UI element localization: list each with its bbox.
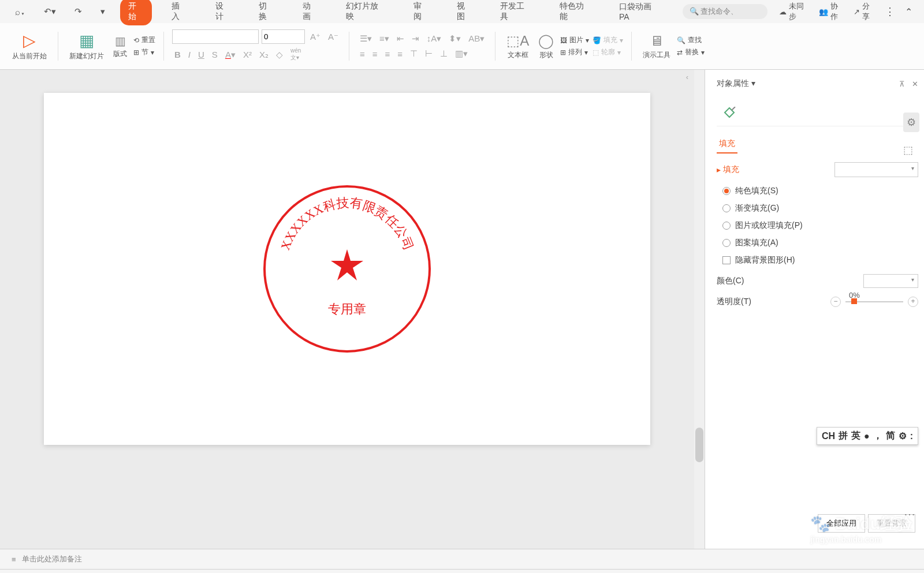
tab-special[interactable]: 特色功能	[552, 0, 599, 25]
ime-ying[interactable]: 英	[851, 430, 860, 442]
picture-fill-radio[interactable]: 图片或纹理填充(P)	[722, 220, 918, 231]
tab-review[interactable]: 审阅	[405, 0, 437, 25]
share-button[interactable]: ↗ 分享	[854, 1, 877, 22]
phonetic-icon[interactable]: wén文▾	[288, 46, 303, 63]
tab-start[interactable]: 开始	[120, 0, 152, 25]
notes-placeholder[interactable]: 单击此处添加备注	[22, 554, 82, 564]
settings-side-icon[interactable]: ⚙	[903, 113, 919, 132]
redo-icon[interactable]: ↷	[71, 4, 85, 19]
font-size-input[interactable]	[262, 29, 305, 44]
tools-icon: 🖥	[650, 33, 664, 49]
ime-pin[interactable]: 拼	[839, 430, 848, 442]
font-family-input[interactable]	[172, 29, 259, 44]
bullets-icon[interactable]: ☰▾	[357, 32, 374, 45]
ime-more[interactable]: :	[910, 431, 913, 441]
strikethrough-icon[interactable]: S	[210, 48, 220, 61]
sync-status[interactable]: ☁ 未同步	[779, 1, 810, 22]
increase-indent-icon[interactable]: ⇥	[409, 32, 422, 45]
ime-ch[interactable]: CH	[822, 431, 835, 441]
shapes-button[interactable]: ◯ 形状	[535, 30, 557, 63]
highlight-icon[interactable]: AB▾	[466, 32, 487, 45]
slide[interactable]: XXXXXX科技有限责任公司 专用章	[44, 93, 650, 445]
panel-more-icon[interactable]: ⋯	[904, 507, 915, 521]
collapse-ribbon-icon[interactable]: ⌃	[905, 6, 912, 17]
vertical-scrollbar[interactable]	[694, 70, 705, 549]
transparency-slider[interactable]: 0%	[845, 301, 903, 302]
decrease-font-icon[interactable]: A⁻	[326, 31, 341, 43]
fill-button[interactable]: 🪣 填充▾	[593, 35, 623, 45]
shapes-icon: ◯	[538, 33, 554, 49]
stamp-shape[interactable]: XXXXXX科技有限责任公司 专用章	[263, 185, 431, 353]
align-center-icon[interactable]: ≡	[370, 48, 380, 60]
collab-button[interactable]: 👥 协作	[819, 1, 844, 22]
fill-tab-icon[interactable]	[717, 103, 742, 126]
find-button[interactable]: 🔍 查找	[677, 35, 705, 45]
new-slide-button[interactable]: ▦ 新建幻灯片	[66, 28, 107, 64]
pin-icon[interactable]: ⊼	[899, 80, 905, 88]
align-middle-icon[interactable]: ⊢	[423, 47, 435, 60]
ime-jian[interactable]: 简	[886, 430, 895, 442]
bold-icon[interactable]: B	[172, 48, 183, 61]
ime-gear[interactable]: ⚙	[899, 430, 907, 441]
tab-design[interactable]: 设计	[207, 0, 239, 25]
align-bottom-icon[interactable]: ⊥	[438, 47, 450, 60]
numbering-icon[interactable]: ≡▾	[377, 32, 392, 45]
italic-icon[interactable]: I	[186, 48, 193, 61]
doc-icon[interactable]: ▾	[97, 4, 109, 19]
ime-dot: ●	[864, 431, 870, 441]
align-right-icon[interactable]: ≡	[383, 48, 393, 60]
tab-slideshow[interactable]: 幻灯片放映	[338, 0, 394, 25]
color-picker[interactable]	[863, 274, 918, 288]
increase-font-icon[interactable]: A⁺	[308, 31, 323, 43]
align-top-icon[interactable]: ⊤	[408, 47, 420, 60]
presentation-tools-button[interactable]: 🖥 演示工具	[640, 30, 673, 63]
ime-comma: ，	[873, 430, 882, 442]
pattern-fill-radio[interactable]: 图案填充(A)	[722, 238, 918, 248]
fill-tab-label[interactable]: 填充	[717, 135, 737, 153]
zoom-icon[interactable]: ⌕▾	[12, 5, 29, 19]
picture-button[interactable]: 🖼 图片▾	[560, 35, 589, 45]
section-button[interactable]: ⊞ 节▾	[133, 47, 155, 57]
tab-dev[interactable]: 开发工具	[492, 0, 540, 25]
replace-button[interactable]: ⇄ 替换▾	[677, 47, 705, 57]
more-icon[interactable]: ⋮	[885, 5, 896, 18]
cube-side-icon[interactable]: ⬚	[903, 144, 919, 156]
fill-preview-swatch[interactable]	[834, 162, 918, 177]
close-panel-icon[interactable]: ✕	[912, 80, 918, 88]
align-justify-icon[interactable]: ≡	[395, 48, 405, 60]
ime-toolbar[interactable]: CH 拼 英 ● ， 简 ⚙ :	[817, 427, 918, 445]
increase-transparency[interactable]: +	[908, 297, 918, 307]
collapse-panel-icon[interactable]: ‹	[686, 73, 688, 81]
decrease-indent-icon[interactable]: ⇤	[394, 32, 407, 45]
fill-section-title[interactable]: ▸ 填充	[717, 164, 739, 175]
decrease-transparency[interactable]: −	[830, 297, 841, 307]
apply-all-button[interactable]: 全部应用	[818, 514, 865, 533]
tab-pocket[interactable]: 口袋动画 PA	[611, 0, 671, 25]
line-spacing-icon[interactable]: ↕A▾	[424, 32, 444, 45]
slide-canvas[interactable]: XXXXXX科技有限责任公司 专用章 ‹	[0, 70, 694, 549]
command-search[interactable]: 🔍 查找命令、	[683, 4, 767, 19]
layout-button[interactable]: ▥ 版式	[110, 31, 130, 62]
clear-format-icon[interactable]: ◇	[274, 48, 285, 61]
text-direction-icon[interactable]: ⬍▾	[446, 32, 463, 45]
tab-insert[interactable]: 插入	[163, 0, 195, 25]
tab-transition[interactable]: 切换	[251, 0, 282, 25]
undo-icon[interactable]: ↶▾	[40, 4, 59, 19]
hide-bg-checkbox[interactable]: 隐藏背景图形(H)	[722, 255, 918, 265]
tab-view[interactable]: 视图	[449, 0, 480, 25]
arrange-button[interactable]: ⊞ 排列▾	[560, 47, 589, 57]
align-left-icon[interactable]: ≡	[357, 48, 367, 60]
textbox-button[interactable]: ⬚A 文本框	[504, 30, 532, 63]
solid-fill-radio[interactable]: 纯色填充(S)	[722, 186, 918, 196]
play-from-current[interactable]: ▷ 从当前开始	[9, 28, 50, 64]
gradient-fill-radio[interactable]: 渐变填充(G)	[722, 203, 918, 214]
tab-animation[interactable]: 动画	[295, 0, 326, 25]
superscript-icon[interactable]: X²	[241, 48, 254, 61]
columns-icon[interactable]: ▥▾	[453, 47, 470, 60]
svg-line-3	[732, 107, 735, 110]
font-color-icon[interactable]: A▾	[223, 48, 238, 61]
outline-button[interactable]: ⬚ 轮廓▾	[593, 47, 623, 57]
subscript-icon[interactable]: X₂	[257, 48, 271, 61]
underline-icon[interactable]: U	[196, 48, 207, 61]
reset-button[interactable]: ⟲ 重置	[133, 35, 155, 45]
